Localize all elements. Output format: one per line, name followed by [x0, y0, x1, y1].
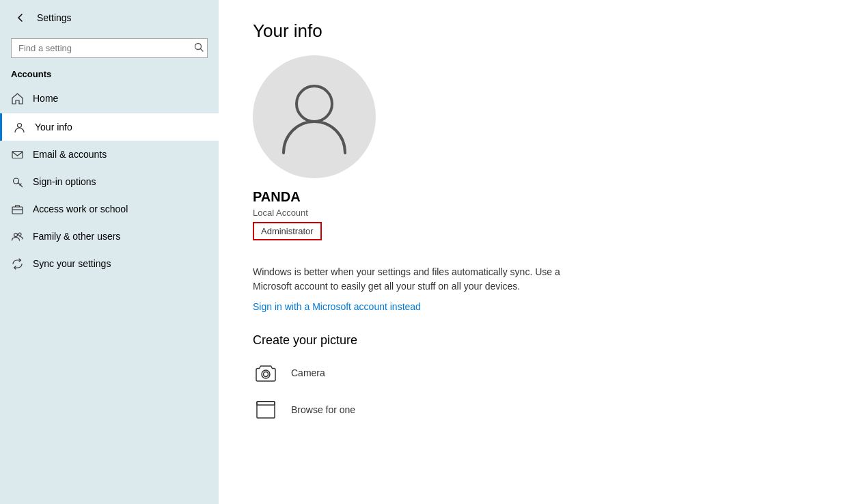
svg-rect-13: [257, 402, 275, 405]
camera-option[interactable]: Camera: [253, 360, 818, 386]
page-title: Your info: [253, 20, 818, 42]
key-icon: [11, 176, 23, 188]
main-content: Your info PANDA Local Account Administra…: [219, 0, 852, 504]
sidebar-item-signin-label: Sign-in options: [33, 176, 96, 187]
sidebar-item-sync[interactable]: Sync your settings: [0, 250, 219, 277]
sidebar-item-sign-in[interactable]: Sign-in options: [0, 168, 219, 195]
local-account-label: Local Account: [253, 208, 308, 218]
sidebar-item-home-label: Home: [33, 93, 58, 104]
svg-point-9: [297, 86, 332, 122]
user-name: PANDA: [253, 189, 301, 205]
back-button[interactable]: [11, 8, 30, 27]
sidebar-item-your-info-label: Your info: [35, 122, 72, 132]
sync-message: Windows is better when your settings and…: [253, 265, 567, 294]
accounts-label: Accounts: [0, 66, 219, 85]
svg-point-7: [14, 233, 17, 236]
svg-rect-12: [257, 402, 275, 418]
create-picture-title: Create your picture: [253, 333, 818, 348]
camera-icon: [253, 360, 279, 386]
sidebar-item-email-label: Email & accounts: [33, 149, 107, 160]
email-icon: [11, 148, 23, 160]
sidebar-item-email-accounts[interactable]: Email & accounts: [0, 141, 219, 168]
camera-label: Camera: [291, 367, 325, 378]
briefcase-icon: [11, 203, 23, 215]
admin-badge: Administrator: [253, 222, 322, 240]
avatar-section: PANDA Local Account Administrator: [253, 55, 818, 254]
search-icon-button[interactable]: [194, 42, 204, 54]
sidebar-header: Settings: [0, 0, 219, 36]
svg-point-11: [264, 372, 269, 377]
svg-line-1: [201, 49, 204, 52]
avatar: [253, 55, 376, 178]
sidebar-item-access-work-label: Access work or school: [33, 204, 128, 214]
app-title: Settings: [37, 12, 72, 23]
people-icon: [11, 230, 23, 242]
sidebar-item-sync-label: Sync your settings: [33, 258, 111, 269]
ms-account-link[interactable]: Sign in with a Microsoft account instead: [253, 301, 421, 312]
sidebar-item-family-label: Family & other users: [33, 231, 120, 242]
sync-icon: [11, 257, 23, 270]
sidebar-item-your-info[interactable]: Your info: [0, 113, 219, 141]
sidebar-item-access-work[interactable]: Access work or school: [0, 195, 219, 223]
person-icon: [13, 121, 25, 133]
sidebar-item-family-users[interactable]: Family & other users: [0, 223, 219, 250]
svg-point-8: [18, 233, 21, 236]
svg-rect-3: [12, 151, 23, 158]
svg-point-2: [17, 123, 21, 127]
browse-icon: [253, 397, 279, 423]
sidebar-item-home[interactable]: Home: [0, 85, 219, 112]
search-box: [11, 38, 208, 58]
browse-option[interactable]: Browse for one: [253, 397, 818, 423]
browse-label: Browse for one: [291, 404, 355, 415]
home-icon: [11, 92, 23, 104]
search-input[interactable]: [11, 38, 208, 58]
sidebar: Settings Accounts Home Your info: [0, 0, 219, 504]
svg-rect-5: [12, 207, 23, 214]
